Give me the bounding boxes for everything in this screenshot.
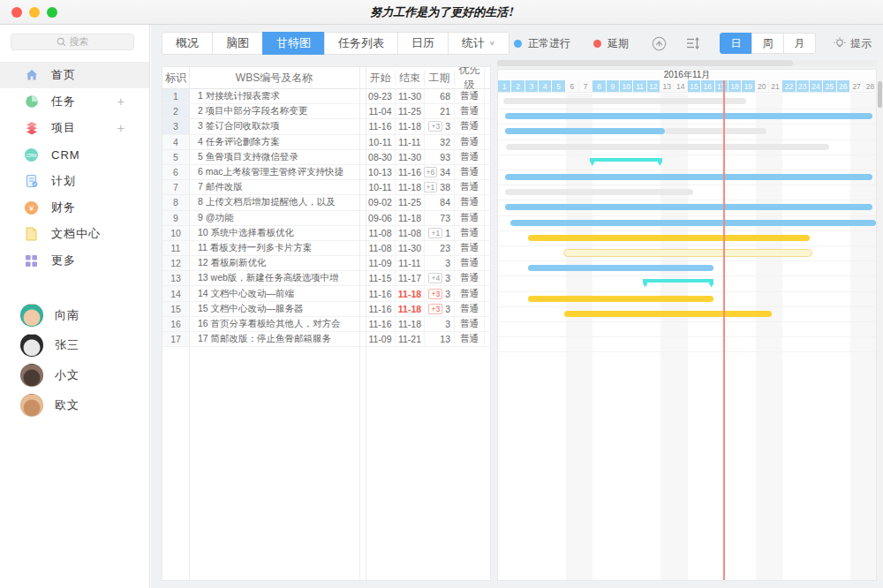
tab-overview[interactable]: 概况 <box>162 32 213 55</box>
day-cell[interactable]: 23 <box>796 80 810 92</box>
table-row[interactable]: 11 对接统计报表需求09-2311-3068普通 <box>162 89 490 104</box>
day-cell[interactable]: 5 <box>552 80 565 92</box>
sidebar-item-tasks[interactable]: 任务+ <box>0 88 149 115</box>
table-row[interactable]: 22 项目中部分字段名称变更11-0411-2521普通 <box>162 104 490 119</box>
sidebar-item-home[interactable]: 首页 <box>0 62 149 88</box>
gantt-body[interactable] <box>498 94 876 580</box>
day-cell[interactable]: 20 <box>756 80 769 92</box>
table-row[interactable]: 1616 首页分享看板给其他人，对方会11-1611-183普通 <box>162 317 490 332</box>
user-item[interactable]: 欧文 <box>0 390 149 420</box>
table-row[interactable]: 33 签订合同收取款项11-1611-18+33普通 <box>162 119 490 134</box>
day-cell[interactable]: 22 <box>782 80 796 92</box>
avatar <box>20 334 43 357</box>
duration-value: 3 <box>445 319 450 329</box>
vscroll-thumb[interactable] <box>878 81 882 108</box>
cell-gap <box>359 150 366 164</box>
day-cell[interactable]: 10 <box>620 80 633 92</box>
user-item[interactable]: 向南 <box>0 300 149 330</box>
tab-calendar[interactable]: 日历 <box>397 32 449 55</box>
day-cell[interactable]: 8 <box>592 80 606 92</box>
sidebar-item-more[interactable]: 更多 <box>0 247 149 274</box>
sidebar-item-projects[interactable]: 项目+ <box>0 115 149 141</box>
user-item[interactable]: 张三 <box>0 330 149 360</box>
day-cell[interactable]: 19 <box>742 80 755 92</box>
table-row[interactable]: 1111 看板支持一列多卡片方案11-0811-3023普通 <box>162 241 490 256</box>
hscroll-thumb[interactable] <box>497 60 793 66</box>
table-row[interactable]: 55 鱼骨项目支持微信登录08-3011-3093普通 <box>162 150 490 165</box>
table-row[interactable]: 1010 系统中选择看板优化11-0811-08+11普通 <box>162 226 490 241</box>
gantt-bar-gray[interactable] <box>505 189 693 195</box>
day-cell[interactable]: 18 <box>728 80 742 92</box>
vertical-scrollbar[interactable] <box>877 58 883 581</box>
panel-divider-right[interactable] <box>366 67 366 580</box>
sidebar-item-label: 首页 <box>51 67 76 83</box>
sidebar-item-crm[interactable]: CRMCRM <box>0 141 149 168</box>
table-row[interactable]: 77 邮件改版10-1111-18+138普通 <box>162 180 490 195</box>
day-cell[interactable]: 26 <box>837 80 850 92</box>
day-cell[interactable]: 15 <box>688 80 701 92</box>
table-row[interactable]: 44 任务评论删除方案10-1111-1132普通 <box>162 135 490 150</box>
day-cell[interactable]: 12 <box>647 80 660 92</box>
day-cell[interactable]: 6 <box>566 80 579 92</box>
sidebar-item-docs[interactable]: 文档中心 <box>0 221 149 247</box>
day-cell[interactable]: 1 <box>498 80 511 92</box>
gantt-bar-gray[interactable] <box>665 128 766 134</box>
panel-divider-left[interactable] <box>359 67 360 580</box>
day-cell[interactable]: 9 <box>607 80 620 92</box>
view-mode-month[interactable]: 月 <box>783 33 816 54</box>
gantt-bar-blue[interactable] <box>505 174 872 180</box>
day-cell[interactable]: 24 <box>810 80 823 92</box>
gantt-bar-pale[interactable] <box>563 249 813 257</box>
day-cell[interactable]: 27 <box>850 80 864 92</box>
day-cell[interactable]: 28 <box>864 80 877 92</box>
gantt-bar-gray[interactable] <box>506 144 828 150</box>
day-cell[interactable]: 13 <box>660 80 674 92</box>
table-row[interactable]: 1717 简邮改版：停止鱼骨邮箱服务11-0911-2113普通 <box>162 332 490 347</box>
horizontal-scrollbar[interactable] <box>497 60 877 66</box>
day-cell[interactable]: 4 <box>539 80 552 92</box>
day-cell[interactable]: 21 <box>769 80 782 92</box>
gantt-bar-blue[interactable] <box>510 220 877 226</box>
gantt-bar-gray[interactable] <box>503 98 746 104</box>
gantt-bar-blue[interactable] <box>528 265 713 271</box>
table-row[interactable]: 1212 看板刷新优化11-0911-113普通 <box>162 256 490 271</box>
gantt-bar-bracket[interactable] <box>643 279 713 287</box>
add-button[interactable]: + <box>117 94 125 109</box>
view-mode-day[interactable]: 日 <box>720 33 752 54</box>
day-cell[interactable]: 3 <box>525 80 539 92</box>
user-item[interactable]: 小文 <box>0 360 149 390</box>
day-cell[interactable]: 17 <box>715 80 728 92</box>
sidebar-item-finance[interactable]: ¥财务 <box>0 194 149 221</box>
cell-priority: 普通 <box>455 104 485 118</box>
sidebar-item-plan[interactable]: 计划 <box>0 168 149 194</box>
day-cell[interactable]: 7 <box>579 80 592 92</box>
gantt-bar-blue[interactable] <box>505 113 872 119</box>
search-input[interactable]: 搜索 <box>11 34 134 50</box>
day-cell[interactable]: 16 <box>701 80 714 92</box>
tip-button[interactable]: 提示 <box>834 36 872 51</box>
row-sort-icon[interactable] <box>686 37 700 49</box>
day-cell[interactable]: 25 <box>823 80 836 92</box>
gantt-bar-yellow[interactable] <box>528 296 713 302</box>
tab-tasklist[interactable]: 任务列表 <box>324 32 398 55</box>
table-row[interactable]: 1313 web版，新建任务高级选项中增11-1511-17+43普通 <box>162 271 490 286</box>
day-cell[interactable]: 2 <box>511 80 525 92</box>
gantt-bar-yellow[interactable] <box>528 235 810 241</box>
table-row[interactable]: 66 mac上考核管理主管终评支持快捷10-1311-16+634普通 <box>162 165 490 180</box>
table-row[interactable]: 1515 文档中心改动—服务器11-1611-18+33普通 <box>162 302 490 317</box>
table-row[interactable]: 88 上传文档后增加提醒他人，以及09-0211-2584普通 <box>162 195 490 210</box>
gantt-bar-blue[interactable] <box>505 128 665 134</box>
add-button[interactable]: + <box>117 121 125 135</box>
tab-gantt[interactable]: 甘特图 <box>262 32 325 55</box>
gantt-bar-blue[interactable] <box>505 204 872 210</box>
table-row[interactable]: 99 @功能09-0611-1873普通 <box>162 211 490 226</box>
locate-today-icon[interactable] <box>652 36 667 51</box>
table-row[interactable]: 1414 文档中心改动—前端11-1611-18+33普通 <box>162 286 490 301</box>
gantt-bar-bracket[interactable] <box>590 158 661 166</box>
day-cell[interactable]: 14 <box>674 80 687 92</box>
day-cell[interactable]: 11 <box>633 80 646 92</box>
gantt-bar-yellow[interactable] <box>564 311 772 317</box>
view-mode-week[interactable]: 周 <box>751 33 784 54</box>
tab-stats[interactable]: 统计∨ <box>448 32 509 55</box>
tab-mindmap[interactable]: 脑图 <box>212 32 263 55</box>
